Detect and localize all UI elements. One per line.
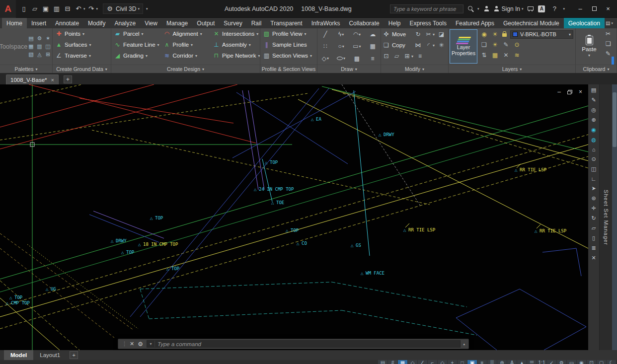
plot-icon[interactable]: ⊟ xyxy=(63,5,73,12)
redo-icon[interactable]: ↷ xyxy=(86,5,96,12)
app-store-icon[interactable]: A xyxy=(538,5,545,12)
minimize-button[interactable]: – xyxy=(573,0,587,18)
array-button[interactable]: ⊞▾ xyxy=(403,53,413,60)
toolspace-survey-icon[interactable]: ✶ xyxy=(46,35,50,42)
drawing-close-icon[interactable]: × xyxy=(579,88,582,95)
toolspace-settings-icon[interactable]: ⚙ xyxy=(37,35,42,42)
workspace-switcher[interactable]: ⚙ Civil 3D ▾ xyxy=(103,3,143,14)
mirror-icon[interactable]: ⋈ xyxy=(414,42,422,49)
section-plane-icon[interactable]: ◫ xyxy=(591,166,596,172)
viewcube-compass-icon[interactable]: ◎ xyxy=(591,107,596,113)
tab-analyze[interactable]: Analyze xyxy=(110,18,140,28)
close-button[interactable]: × xyxy=(601,0,615,18)
orbit-icon[interactable]: ↻ xyxy=(591,215,596,221)
point-button[interactable]: ∷ xyxy=(323,43,327,50)
tab-view[interactable]: View xyxy=(140,18,162,28)
tab-output[interactable]: Output xyxy=(192,18,219,28)
layer-unisolate-icon[interactable]: ⊙ xyxy=(513,41,521,48)
points-button[interactable]: ✚ Points ▾ xyxy=(53,28,111,39)
layer-thaw-sun-icon[interactable]: ☀ xyxy=(491,31,499,38)
toolspace-button[interactable]: Toolspace xyxy=(0,28,27,65)
isolate-objects-icon[interactable]: ◉ xyxy=(577,360,586,364)
undo-icon[interactable]: ↶ xyxy=(74,5,83,12)
new-file-icon[interactable]: ▯ xyxy=(19,5,29,12)
sheet-set-manager-icon[interactable]: ▧ xyxy=(28,51,33,58)
open-file-icon[interactable]: ▱ xyxy=(30,5,40,12)
maximize-button[interactable] xyxy=(587,0,601,18)
layer-delete-icon[interactable]: ✕ xyxy=(502,52,510,59)
workspace-switch-icon[interactable]: ✓ xyxy=(547,360,556,364)
scale-icon[interactable]: ▱ xyxy=(393,53,400,60)
tab-collaborate[interactable]: Collaborate xyxy=(344,18,384,28)
erase-icon[interactable]: ◪ xyxy=(438,31,445,38)
pipe-network-button[interactable]: ⊓ Pipe Network ▾ xyxy=(210,50,260,61)
panel-label-modify[interactable]: Modify ▾ xyxy=(381,65,448,73)
annotation-scale-icon[interactable]: 1:1 xyxy=(537,360,546,364)
redo-dropdown-icon[interactable]: ▾ xyxy=(96,7,98,11)
tab-manage[interactable]: Manage xyxy=(162,18,192,28)
intersections-button[interactable]: ✕ Intersections ▾ xyxy=(210,28,260,39)
hatch-button[interactable]: ▩ xyxy=(354,55,360,62)
pan-icon[interactable]: ✛ xyxy=(591,205,596,212)
feature-line-button[interactable]: ∿ Feature Line ▾ xyxy=(111,39,161,50)
tab-annotate[interactable]: Annotate xyxy=(51,18,83,28)
panel-label-clipboard[interactable]: Clipboard ▾ xyxy=(576,65,617,73)
match-properties-icon[interactable]: ✎ xyxy=(606,50,611,57)
copy-button[interactable]: ❏ Copy xyxy=(383,42,411,49)
model-space-icon[interactable]: ▤ xyxy=(378,360,387,364)
search-icon[interactable] xyxy=(468,6,474,12)
layer-isolate-icon[interactable]: ✎ xyxy=(502,41,510,48)
customization-icon[interactable]: ☾ xyxy=(607,360,616,364)
layer-dropdown[interactable]: V-BRKL-BOTB ▾ xyxy=(510,30,573,39)
measure-icon[interactable]: ▱ xyxy=(592,225,596,231)
palette-menu-icon[interactable]: ▤ xyxy=(591,87,596,93)
transparency-icon[interactable]: ▒ xyxy=(487,360,497,364)
ribbon-panel-toggle-icon[interactable]: ▤ xyxy=(606,20,610,26)
tab-insert[interactable]: Insert xyxy=(27,18,51,28)
paste-button[interactable]: Paste ▾ xyxy=(576,28,603,65)
toolspace-toolbox-icon[interactable]: ▦ xyxy=(28,43,33,50)
surfaces-button[interactable]: ▲ Surfaces ▾ xyxy=(53,39,111,50)
move-button[interactable]: ✜ Move xyxy=(383,31,411,38)
profile-view-button[interactable]: ▧ Profile View ▾ xyxy=(260,28,317,39)
layer-properties-button[interactable]: Layer Properties xyxy=(450,29,477,64)
snap-mode-icon[interactable]: ▦ xyxy=(398,360,407,364)
navigation-wheel-icon[interactable]: ⊚ xyxy=(591,195,596,202)
add-view-icon[interactable]: ⊕ xyxy=(591,117,596,123)
ribbon-collapse-icon[interactable]: ▾ xyxy=(611,21,613,25)
home-view-icon[interactable]: ⌂ xyxy=(592,146,596,152)
vertical-scrollbar[interactable] xyxy=(612,84,617,350)
edit-pencil-icon[interactable]: ✎ xyxy=(591,97,596,103)
cut-icon[interactable]: ✂ xyxy=(606,30,611,37)
properties-palette-icon[interactable]: ▥ xyxy=(37,43,42,50)
trim-button[interactable]: ✂▾ xyxy=(425,31,435,38)
recent-commands-icon[interactable]: ▾ xyxy=(147,341,155,347)
tab-geolocation[interactable]: Geolocation xyxy=(564,18,605,28)
file-tab-close-icon[interactable]: × xyxy=(51,77,54,83)
profile-button[interactable]: ∧ Profile ▾ xyxy=(161,39,211,50)
scrollbar-thumb[interactable] xyxy=(613,92,617,147)
osnap-tracking-icon[interactable]: □ xyxy=(458,360,467,364)
dynamic-input-icon[interactable]: ∠ xyxy=(418,360,427,364)
layer-lock-icon[interactable] xyxy=(502,33,507,37)
help-icon[interactable]: ? xyxy=(549,5,559,12)
tab-survey[interactable]: Survey xyxy=(219,18,246,28)
object-snap-icon[interactable]: ▣ xyxy=(467,360,477,364)
command-grip-icon[interactable]: ⋮ xyxy=(122,341,126,347)
layer-off-icon[interactable]: ▦ xyxy=(491,52,499,59)
layer-match-icon[interactable]: ❏ xyxy=(480,41,488,48)
bing-maps-icon[interactable]: ◉ xyxy=(591,127,596,133)
fillet-button[interactable]: ◜▾ xyxy=(425,42,435,49)
toolspace-prospector-icon[interactable]: ▤ xyxy=(28,35,33,42)
save-as-icon[interactable]: ▥ xyxy=(52,5,62,12)
tab-featured-apps[interactable]: Featured Apps xyxy=(451,18,499,28)
zoom-icon[interactable]: ⊙ xyxy=(591,156,596,162)
ellipse-button[interactable]: ▾ xyxy=(337,56,345,61)
content-browser-icon[interactable]: ◬ xyxy=(37,51,41,58)
tab-model[interactable]: Model xyxy=(4,350,33,360)
panel-label-profile-section-views[interactable]: Profile & Section Views xyxy=(260,65,317,73)
workspace-dropdown-icon[interactable]: ▾ xyxy=(138,7,140,11)
grading-button[interactable]: ◢ Grading ▾ xyxy=(111,50,161,61)
drawing-restore-icon[interactable] xyxy=(567,90,572,94)
selection-cycling-icon[interactable]: ⊕ xyxy=(497,360,507,364)
